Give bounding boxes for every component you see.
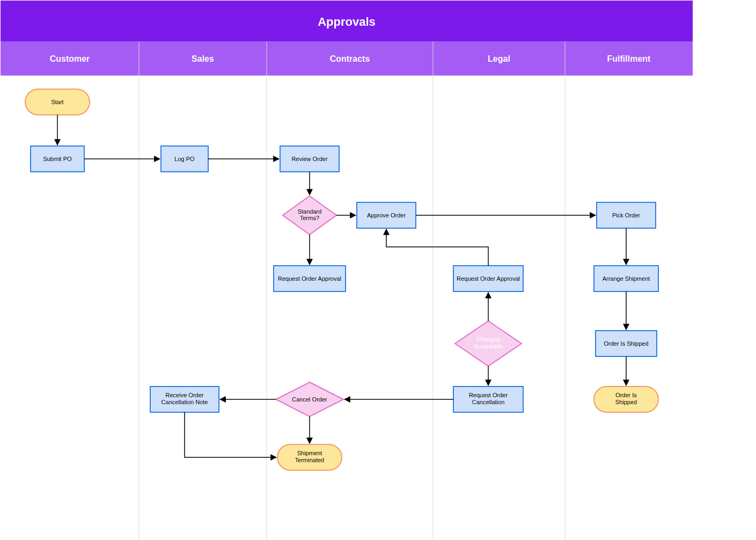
node-changes-acceptable-label-1: Changes (476, 336, 501, 342)
lane-label-sales: Sales (192, 54, 214, 63)
node-order-shipped-end-label-2: Shipped (615, 399, 637, 405)
lane-label-legal: Legal (488, 54, 510, 63)
node-order-shipped-end-label-1: Order Is (615, 392, 637, 398)
node-request-cancellation-label-2: Cancellation (472, 399, 505, 405)
diagram-title: Approvals (318, 15, 376, 28)
node-review-order-label: Review Order (291, 156, 328, 162)
node-cancel-order-label: Cancel Order (292, 396, 327, 403)
node-changes-acceptable-label-2: Acceptable (474, 343, 503, 349)
node-request-cancellation-label-1: Request Order (469, 392, 508, 398)
lane-label-contracts: Contracts (330, 54, 370, 63)
swimlane-diagram: Approvals Customer Sales Contracts Legal… (0, 0, 756, 540)
node-order-shipped-label: Order Is Shipped (604, 340, 648, 347)
node-log-po-label: Log PO (174, 156, 195, 162)
node-receive-cancel-note-label-1: Receive Order (166, 392, 204, 398)
node-arrange-shipment-label: Arrange Shipment (603, 275, 650, 282)
lane-label-fulfillment: Fulfillment (607, 54, 651, 63)
node-standard-terms-label-2: Terms? (300, 215, 319, 221)
node-request-approval-legal-label: Request Order Approval (457, 275, 520, 282)
node-receive-cancel-note-label-2: Cancellation Note (162, 399, 208, 405)
edge-reqappr-approve (386, 229, 488, 266)
lane-label-customer: Customer (50, 54, 90, 63)
node-shipment-terminated-label-1: Shipment (297, 450, 322, 456)
node-shipment-terminated-label-2: Terminated (295, 457, 324, 463)
node-standard-terms-label-1: Standard (298, 208, 322, 215)
node-submit-po-label: Submit PO (43, 156, 72, 162)
node-pick-order-label: Pick Order (612, 212, 640, 218)
node-start-label: Start (51, 99, 63, 105)
node-approve-order-label: Approve Order (367, 212, 406, 218)
edge-receive-terminated (185, 412, 276, 457)
node-request-approval-contracts-label: Request Order Approval (278, 275, 341, 282)
